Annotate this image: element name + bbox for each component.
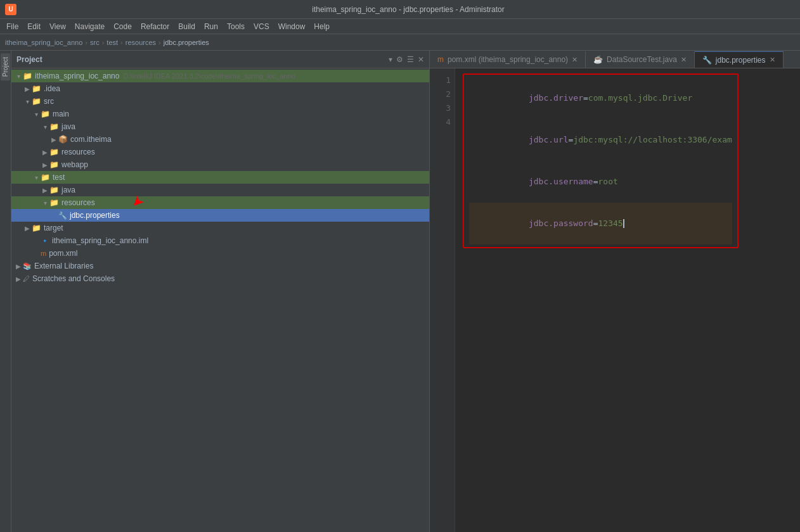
- editor-area: m pom.xml (itheima_spring_ioc_anno) ✕ ☕ …: [430, 51, 800, 532]
- scratch-label: Scratches and Consoles: [32, 274, 115, 283]
- tree-item-pom[interactable]: ▶ m pom.xml: [11, 247, 429, 260]
- jdbc-file-icon: 🔧: [58, 212, 67, 220]
- pom-tab-close[interactable]: ✕: [572, 56, 577, 64]
- options-icon[interactable]: ☰: [407, 55, 414, 64]
- root-folder-icon: 📁: [23, 72, 32, 80]
- code-val-4: 12345: [598, 218, 623, 228]
- tree-item-java-main[interactable]: ▾ 📁 java: [11, 120, 429, 133]
- root-arrow: ▾: [14, 73, 23, 80]
- idea-folder-icon: 📁: [32, 84, 41, 93]
- menu-item-edit[interactable]: Edit: [23, 21, 44, 32]
- test-arrow: ▾: [32, 174, 41, 181]
- tree-item-jdbc-properties[interactable]: ▶ 🔧 jdbc.properties: [11, 209, 429, 222]
- tree-item-com-itheima[interactable]: ▶ 📦 com.itheima: [11, 133, 429, 146]
- scratch-icon: 🖊: [23, 275, 30, 282]
- breadcrumb-part3[interactable]: test: [106, 39, 118, 46]
- ext-lib-label: External Libraries: [34, 262, 93, 270]
- java-test-arrow: ▶: [41, 187, 49, 194]
- src-folder-icon: 📁: [32, 97, 41, 106]
- titlebar: U itheima_spring_ioc_anno - jdbc.propert…: [0, 0, 800, 19]
- breadcrumb-part1[interactable]: itheima_spring_ioc_anno: [5, 39, 82, 46]
- project-dropdown-icon[interactable]: ▾: [389, 55, 392, 64]
- project-header: Project ▾ ⚙ ☰ ✕: [11, 51, 429, 68]
- tree-item-java-test[interactable]: ▶ 📁 java: [11, 184, 429, 196]
- tree-item-iml[interactable]: ▶ 🔹 itheima_spring_ioc_anno.iml: [11, 234, 429, 247]
- sidebar-strip: Project: [0, 51, 11, 532]
- java-test-label: java: [61, 186, 75, 194]
- webapp-label: webapp: [61, 160, 88, 169]
- code-key-1: jdbc.driver: [529, 93, 583, 103]
- code-val-1: com.mysql.jdbc.Driver: [588, 93, 692, 103]
- root-label: itheima_spring_ioc_anno: [35, 72, 119, 80]
- tree-item-main[interactable]: ▾ 📁 main: [11, 108, 429, 120]
- jdbc-tab-label: jdbc.properties: [716, 56, 766, 65]
- menu-item-window[interactable]: Window: [274, 21, 309, 32]
- editor-tabs: m pom.xml (itheima_spring_ioc_anno) ✕ ☕ …: [430, 51, 800, 68]
- menu-item-run[interactable]: Run: [200, 21, 222, 32]
- resources-main-arrow: ▶: [41, 149, 49, 156]
- resources-test-icon: 📁: [49, 198, 59, 207]
- main-arrow: ▾: [32, 111, 41, 118]
- resources-test-arrow: ▾: [41, 200, 49, 206]
- test-label: test: [53, 173, 65, 182]
- code-key-4: jdbc.password: [529, 218, 593, 228]
- menu-item-file[interactable]: File: [3, 21, 22, 32]
- jdbc-tab-close[interactable]: ✕: [770, 56, 775, 64]
- line-num-3: 3: [434, 101, 451, 115]
- project-strip-tab[interactable]: Project: [1, 53, 10, 80]
- tree-item-src[interactable]: ▾ 📁 src: [11, 95, 429, 108]
- tree-item-target[interactable]: ▶ 📁 target: [11, 222, 429, 234]
- tree-root[interactable]: ▾ 📁 itheima_spring_ioc_anno D:\IntelliJ …: [11, 70, 429, 82]
- menu-item-tools[interactable]: Tools: [223, 21, 248, 32]
- code-line-1: jdbc.driver=com.mysql.jdbc.Driver: [469, 77, 732, 119]
- pom-file-icon: m: [41, 250, 46, 257]
- src-label: src: [44, 97, 54, 106]
- code-key-2: jdbc.url: [529, 135, 569, 144]
- code-val-3: root: [598, 177, 618, 186]
- idea-label: .idea: [44, 84, 60, 93]
- com-label: com.itheima: [70, 135, 112, 144]
- tree-item-webapp[interactable]: ▶ 📁 webapp: [11, 158, 429, 171]
- menu-item-help[interactable]: Help: [310, 21, 333, 32]
- resources-test-label: resources: [61, 198, 95, 207]
- jdbc-label: jdbc.properties: [70, 211, 120, 220]
- menu-item-code[interactable]: Code: [110, 21, 136, 32]
- line-numbers: 1 2 3 4: [430, 68, 455, 532]
- menu-item-navigate[interactable]: Navigate: [71, 21, 108, 32]
- tree-item-test[interactable]: ▾ 📁 test: [11, 171, 429, 184]
- breadcrumb-part2[interactable]: src: [90, 39, 100, 46]
- gear-icon[interactable]: ⚙: [396, 55, 403, 64]
- menu-item-build[interactable]: Build: [174, 21, 199, 32]
- iml-label: itheima_spring_ioc_anno.iml: [52, 236, 148, 245]
- menu-item-view[interactable]: View: [46, 21, 70, 32]
- tab-pom[interactable]: m pom.xml (itheima_spring_ioc_anno) ✕: [430, 51, 586, 68]
- webapp-arrow: ▶: [41, 162, 49, 168]
- close-panel-icon[interactable]: ✕: [418, 55, 424, 64]
- tree-item-scratches[interactable]: ▶ 🖊 Scratches and Consoles: [11, 272, 429, 285]
- tree-item-ext-libs[interactable]: ▶ 📚 External Libraries: [11, 260, 429, 272]
- menu-item-refactor[interactable]: Refactor: [137, 21, 173, 32]
- menu-item-vcs[interactable]: VCS: [250, 21, 273, 32]
- breadcrumb-part5[interactable]: jdbc.properties: [164, 39, 209, 46]
- datasource-tab-close[interactable]: ✕: [681, 56, 687, 64]
- tree-container: ▾ 📁 itheima_spring_ioc_anno D:\IntelliJ …: [11, 68, 429, 286]
- resources-main-icon: 📁: [49, 148, 59, 156]
- tree-item-resources-main[interactable]: ▶ 📁 resources: [11, 146, 429, 158]
- tab-datasource[interactable]: ☕ DataSourceTest.java ✕: [586, 51, 695, 68]
- test-folder-icon: 📁: [41, 173, 50, 182]
- jdbc-tab-icon: 🔧: [702, 56, 712, 65]
- pom-tab-icon: m: [437, 55, 444, 64]
- java-main-arrow: ▾: [41, 124, 49, 130]
- java-main-label: java: [61, 122, 75, 131]
- src-arrow: ▾: [23, 98, 32, 105]
- tab-jdbc[interactable]: 🔧 jdbc.properties ✕: [695, 51, 784, 68]
- tree-item-idea[interactable]: ▶ 📁 .idea: [11, 82, 429, 95]
- editor-content: 1 2 3 4 jdbc.driver=com.mysql.jdbc.Drive…: [430, 68, 800, 532]
- line-num-4: 4: [434, 115, 451, 129]
- breadcrumb-part4[interactable]: resources: [126, 39, 156, 46]
- code-editor[interactable]: jdbc.driver=com.mysql.jdbc.Driver jdbc.u…: [455, 68, 800, 532]
- text-cursor: [623, 219, 624, 228]
- tree-item-resources-test[interactable]: ▾ 📁 resources ➤: [11, 196, 429, 209]
- project-panel: Project ▾ ⚙ ☰ ✕ ▾ 📁 itheima_spring_ioc_a…: [11, 51, 430, 532]
- datasource-tab-label: DataSourceTest.java: [607, 55, 677, 64]
